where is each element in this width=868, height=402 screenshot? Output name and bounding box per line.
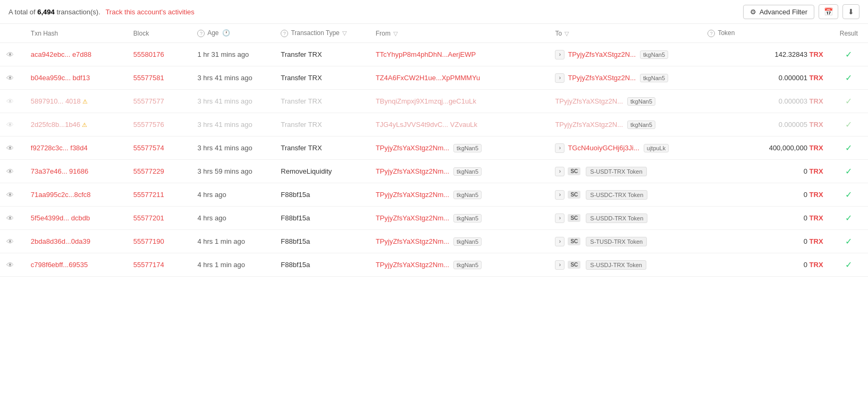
block-link[interactable]: 55577576 xyxy=(133,121,164,129)
eye-icon[interactable]: 👁 xyxy=(6,191,14,199)
eye-icon[interactable]: 👁 xyxy=(6,214,14,223)
to-address-link[interactable]: TGcN4uoiyGCHj6j3Ji... xyxy=(568,144,639,152)
calendar-button[interactable]: 📅 xyxy=(819,4,838,19)
block-link[interactable]: 55577574 xyxy=(133,144,164,152)
table-row: 👁5f5e4399d... dcbdb555772014 hrs agoF88b… xyxy=(0,207,868,230)
txn-hash-link[interactable]: 2bda8d36d...0da39 xyxy=(31,237,90,245)
from-address-link[interactable]: TJG4yLsJVVS4t9dvC... VZvauLk xyxy=(376,121,477,129)
block-link[interactable]: 55577201 xyxy=(133,214,164,222)
from-address-link[interactable]: TPyjyZfsYaXStgz2Nm... xyxy=(376,144,449,152)
from-filter-icon[interactable]: ▽ xyxy=(393,30,398,37)
arrow-button[interactable]: › xyxy=(555,190,564,200)
block-link[interactable]: 55577211 xyxy=(133,191,164,199)
txn-hash-link[interactable]: b04ea959c... bdf13 xyxy=(31,74,90,82)
txn-hash-link[interactable]: 2d25fc8b...1b46 xyxy=(31,121,80,129)
age-cell: 1 hr 31 mins ago xyxy=(191,43,274,66)
eye-icon[interactable]: 👁 xyxy=(6,261,14,269)
eye-icon[interactable]: 👁 xyxy=(6,74,14,82)
txn-hash-link[interactable]: 5f5e4399d... dcbdb xyxy=(31,214,90,222)
arrow-button[interactable]: › xyxy=(555,143,564,153)
txn-hash-link[interactable]: c798f6ebff...69535 xyxy=(31,261,88,269)
from-address-link[interactable]: TPyjyZfsYaXStgz2Nm... xyxy=(376,261,449,269)
eye-icon[interactable]: 👁 xyxy=(6,50,14,59)
age-cell: 3 hrs 59 mins ago xyxy=(191,160,274,183)
advanced-filter-button[interactable]: ⚙ Advanced Filter xyxy=(743,5,814,19)
age-help-icon[interactable]: ? xyxy=(197,30,205,37)
block-cell: 55580176 xyxy=(127,43,191,66)
from-address-link[interactable]: TPyjyZfsYaXStgz2Nm... xyxy=(376,191,449,199)
to-address-link[interactable]: TPyjyZfsYaXStgz2N... xyxy=(568,50,636,58)
from-address-link[interactable]: TBynqiZmpxj9X1mzqj...geC1uLk xyxy=(376,97,476,105)
block-cell: 55577581 xyxy=(127,66,191,90)
arrow-button[interactable]: › xyxy=(555,213,564,223)
txn-hash-link[interactable]: 5897910... 4018 xyxy=(31,97,81,105)
token-symbol: TRX xyxy=(810,237,823,245)
block-link[interactable]: 55577577 xyxy=(133,97,164,105)
col-txn-hash: Txn Hash xyxy=(24,24,127,43)
from-cell: TPyjyZfsYaXStgz2Nm...tkgNan5 xyxy=(369,160,549,183)
arrow-button[interactable]: › xyxy=(555,260,564,270)
block-link[interactable]: 55580176 xyxy=(133,50,164,58)
eye-cell: 👁 xyxy=(0,113,24,136)
token-cell: 142.32843 TRX xyxy=(701,43,829,66)
to-filter-icon[interactable]: ▽ xyxy=(564,30,569,37)
eye-icon[interactable]: 👁 xyxy=(6,97,14,106)
to-cell: ›TPyjyZfsYaXStgz2N...tkgNan5 xyxy=(549,66,701,90)
to-address-link[interactable]: TPyjyZfsYaXStgz2N... xyxy=(568,74,636,82)
to-address-link[interactable]: TPyjyZfsYaXStgz2N... xyxy=(555,97,623,105)
to-address-link[interactable]: TPyjyZfsYaXStgz2N... xyxy=(555,121,623,129)
block-link[interactable]: 55577581 xyxy=(133,74,164,82)
txn-type-cell: Transfer TRX xyxy=(274,43,369,66)
eye-icon[interactable]: 👁 xyxy=(6,121,14,129)
type-help-icon[interactable]: ? xyxy=(281,30,288,37)
eye-icon[interactable]: 👁 xyxy=(6,167,14,176)
download-button[interactable]: ⬇ xyxy=(842,4,859,19)
txn-hash-link[interactable]: aca942ebc... e7d88 xyxy=(31,50,91,58)
txn-hash-cell: 5897910... 4018⚠ xyxy=(24,90,127,113)
sc-badge: SC xyxy=(568,191,580,199)
arrow-button[interactable]: › xyxy=(555,73,564,83)
block-link[interactable]: 55577174 xyxy=(133,261,164,269)
txn-hash-link[interactable]: 71aa995c2c...8cfc8 xyxy=(31,191,91,199)
to-cell: ›SCS-TUSD-TRX Token xyxy=(549,230,701,253)
to-tag: ujtpuLk xyxy=(644,144,669,152)
col-from: From ▽ xyxy=(369,24,549,43)
token-symbol: TRX xyxy=(810,121,823,129)
top-bar: A total of 6,494 transaction(s). Track t… xyxy=(0,0,868,24)
from-tag: tkgNan5 xyxy=(453,214,482,223)
txn-hash-cell: 2d25fc8b...1b46⚠ xyxy=(24,113,127,136)
from-address-link[interactable]: TPyjyZfsYaXStgz2Nm... xyxy=(376,214,449,222)
arrow-button[interactable]: › xyxy=(555,237,564,246)
age-cell: 3 hrs 41 mins ago xyxy=(191,136,274,160)
txn-hash-cell: 2bda8d36d...0da39 xyxy=(24,230,127,253)
from-address-link[interactable]: TTcYhypP8m4phDhN...AerjEWP xyxy=(376,50,476,58)
to-tag: tkgNan5 xyxy=(640,50,668,59)
from-address-link[interactable]: TPyjyZfsYaXStgz2Nm... xyxy=(376,167,449,175)
token-badge: S-USDJ-TRX Token xyxy=(586,260,646,270)
from-address-link[interactable]: TZ4A6FxCW2H1ue...XpPMMMYu xyxy=(376,74,481,82)
result-cell: ✓ xyxy=(830,43,868,66)
token-symbol: TRX xyxy=(810,50,823,58)
token-badge: S-USDT-TRX Token xyxy=(586,167,646,176)
eye-icon[interactable]: 👁 xyxy=(6,237,14,246)
eye-icon[interactable]: 👁 xyxy=(6,144,14,152)
from-address-link[interactable]: TPyjyZfsYaXStgz2Nm... xyxy=(376,237,449,245)
amount-value: 0.000003 TRX xyxy=(779,97,823,105)
age-cell: 4 hrs ago xyxy=(191,207,274,230)
arrow-button[interactable]: › xyxy=(555,167,564,176)
result-icon: ✓ xyxy=(845,190,852,199)
block-cell: 55577174 xyxy=(127,253,191,277)
block-link[interactable]: 55577229 xyxy=(133,167,164,175)
to-tag: tkgNan5 xyxy=(640,74,668,82)
table-row: 👁b04ea959c... bdf13555775813 hrs 41 mins… xyxy=(0,66,868,90)
result-icon: ✓ xyxy=(845,120,852,129)
block-link[interactable]: 55577190 xyxy=(133,237,164,245)
type-filter-icon[interactable]: ▽ xyxy=(342,30,347,36)
track-link[interactable]: Track this account's activities xyxy=(105,8,194,16)
token-help-icon[interactable]: ? xyxy=(707,30,715,37)
arrow-button[interactable]: › xyxy=(555,50,564,59)
txn-hash-link[interactable]: f92728c3c... f38d4 xyxy=(31,144,88,152)
to-tag: tkgNan5 xyxy=(627,97,655,106)
txn-hash-link[interactable]: 73a37e46... 91686 xyxy=(31,167,88,175)
to-cell: TPyjyZfsYaXStgz2N...tkgNan5 xyxy=(549,90,701,113)
